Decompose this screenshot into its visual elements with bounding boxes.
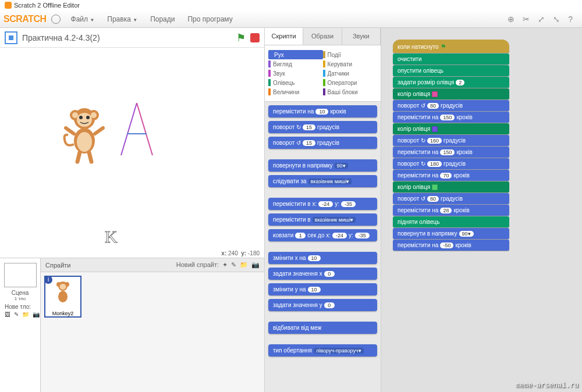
script-pen-color-2[interactable]: колір олівця xyxy=(393,123,509,134)
svg-line-13 xyxy=(89,152,91,162)
block-point-towards[interactable]: слідувати завказівник миші▾ xyxy=(268,175,377,187)
menu-file[interactable]: Файл ▼ xyxy=(65,13,101,26)
svg-line-14 xyxy=(121,103,137,155)
menu-bar: SCRATCH Файл ▼ Правка ▼ Поради Про прогр… xyxy=(0,10,582,28)
script-pen-down[interactable]: опустити олівець xyxy=(393,65,509,76)
svg-point-5 xyxy=(72,112,78,118)
cat-control[interactable]: Керувати xyxy=(323,59,378,69)
cat-pen[interactable]: Олівець xyxy=(268,78,323,87)
svg-line-15 xyxy=(137,103,152,155)
toolbar-tools: ⊕ ✂ ⤢ ⤡ ? xyxy=(508,15,579,24)
scratch-logo[interactable]: SCRATCH xyxy=(3,14,47,24)
script-point-dir[interactable]: повернути в напрямку90▾ xyxy=(393,228,509,239)
block-set-x[interactable]: задати значення x0 xyxy=(268,268,377,280)
backdrop-panel: Сцена 1 тло Нове тло: 🖼 ✎ 📁 📷 xyxy=(0,258,41,392)
bg-paint-icon[interactable]: ✎ xyxy=(14,311,19,318)
new-sprite-label: Новий спрайт: xyxy=(176,261,219,269)
stage-header: v460 Практична 4.2-4.3(2) ⚑ xyxy=(0,28,264,48)
script-pen-color-3[interactable]: колір олівця xyxy=(393,181,509,193)
stop-button[interactable] xyxy=(250,33,260,42)
svg-point-1 xyxy=(77,132,92,152)
drawn-letter-a xyxy=(116,100,157,158)
menu-about[interactable]: Про програму xyxy=(182,13,238,26)
block-change-y[interactable]: змінити y на10 xyxy=(268,283,377,295)
script-turn-1[interactable]: поворот ↺80градусів xyxy=(393,100,509,111)
backdrop-thumb[interactable] xyxy=(4,263,37,287)
script-turn-2[interactable]: поворот ↻160градусів xyxy=(393,135,509,146)
svg-point-7 xyxy=(77,113,92,127)
stage-canvas[interactable]: K x: 240 y: -180 xyxy=(0,48,264,258)
sprite-info-icon[interactable]: i xyxy=(44,276,52,284)
bg-upload-icon[interactable]: 📁 xyxy=(22,311,29,318)
svg-point-9 xyxy=(86,116,90,119)
script-move-3[interactable]: перемістити на70кроків xyxy=(393,170,509,181)
block-goto-xy[interactable]: перемістити в x:-24y:-35 xyxy=(268,198,377,210)
cat-events[interactable]: Події xyxy=(323,50,378,59)
sprite-name: Monkey2 xyxy=(45,311,80,316)
project-title[interactable]: Практична 4.2-4.3(2) xyxy=(22,33,236,42)
window-title-bar: Scratch 2 Offline Editor xyxy=(0,0,582,10)
block-set-y[interactable]: задати значення y0 xyxy=(268,299,377,311)
shrink-icon[interactable]: ⤡ xyxy=(553,15,560,24)
cat-looks[interactable]: Вигляд xyxy=(268,59,323,69)
sprite-upload-icon[interactable]: 📁 xyxy=(240,261,248,269)
bg-library-icon[interactable]: 🖼 xyxy=(5,311,10,318)
scratch-app-icon xyxy=(5,2,12,9)
svg-line-10 xyxy=(66,128,74,134)
cat-sound[interactable]: Звук xyxy=(268,69,323,78)
bg-camera-icon[interactable]: 📷 xyxy=(33,311,40,318)
block-palette: перемістити на10кроків поворот ↻15градус… xyxy=(265,102,381,392)
menu-tips[interactable]: Поради xyxy=(144,13,180,26)
sprites-label: Спрайти xyxy=(45,262,70,269)
cat-more[interactable]: Ваші блоки xyxy=(323,87,378,97)
script-pen-up[interactable]: підняти олівець xyxy=(393,216,509,227)
green-flag-icon[interactable]: ⚑ xyxy=(236,31,246,44)
block-goto[interactable]: перемістити ввказівник миші▾ xyxy=(268,213,377,226)
svg-line-11 xyxy=(95,128,103,134)
block-bounce[interactable]: відбивати від меж xyxy=(268,322,377,334)
mouse-coords: x: 240 y: -180 xyxy=(221,250,260,256)
script-turn-3[interactable]: поворот ↻180градусів xyxy=(393,158,509,169)
script-hat-flag[interactable]: коли натиснуто⚑ xyxy=(393,40,509,53)
scripts-area[interactable]: коли натиснуто⚑ очистити опустити олівец… xyxy=(381,28,582,392)
cat-data[interactable]: Величини xyxy=(268,87,323,97)
script-move-1[interactable]: перемістити на150кроків xyxy=(393,112,509,123)
letter-k-outline: K xyxy=(105,227,118,247)
cat-operators[interactable]: Оператори xyxy=(323,78,378,87)
cut-icon[interactable]: ✂ xyxy=(523,15,530,24)
sprite-thumb-monkey2[interactable]: i Monkey2 xyxy=(44,276,81,318)
block-glide[interactable]: ковзати1сек до x:-24y:-35 xyxy=(268,229,377,241)
block-turn-cw[interactable]: поворот ↻15градусів xyxy=(268,121,377,133)
block-point-direction[interactable]: повернути в напрямку90▾ xyxy=(268,159,377,172)
window-title: Scratch 2 Offline Editor xyxy=(14,2,80,9)
sprite-monkey[interactable] xyxy=(61,106,108,164)
block-change-x[interactable]: змінити x на10 xyxy=(268,252,377,264)
help-icon[interactable]: ? xyxy=(568,15,573,24)
svg-point-21 xyxy=(60,284,66,290)
block-turn-ccw[interactable]: поворот ↺15градусів xyxy=(268,137,377,149)
script-pen-size[interactable]: задати розмір олівця2 xyxy=(393,77,509,88)
script-move-2[interactable]: перемістити на150кроків xyxy=(393,147,509,158)
grow-icon[interactable]: ⤢ xyxy=(538,15,545,24)
block-rotation-style[interactable]: тип обертанняліворуч-праворуч▾ xyxy=(268,344,377,357)
new-backdrop-label: Нове тло: 🖼 ✎ 📁 📷 xyxy=(2,301,38,320)
cat-motion[interactable]: Рух xyxy=(268,50,323,59)
stamp-icon[interactable]: ⊕ xyxy=(508,15,514,24)
fullscreen-icon[interactable] xyxy=(5,31,17,44)
language-icon[interactable] xyxy=(51,15,61,24)
script-pen-color-1[interactable]: колір олівця xyxy=(393,88,509,99)
sprite-camera-icon[interactable]: 📷 xyxy=(251,261,260,269)
menu-edit[interactable]: Правка ▼ xyxy=(101,13,143,26)
script-clear[interactable]: очистити xyxy=(393,54,509,65)
script-move-4[interactable]: перемістити на28кроків xyxy=(393,205,509,216)
block-move-steps[interactable]: перемістити на10кроків xyxy=(268,105,377,117)
script-move-last[interactable]: перемістити на-50кроків xyxy=(393,240,509,251)
sprite-library-icon[interactable]: ✦ xyxy=(222,261,228,269)
cat-sensing[interactable]: Датчики xyxy=(323,69,378,78)
tabs: Скрипти Образи Звуки xyxy=(265,28,381,45)
script-turn-4[interactable]: поворот ↺80градусів xyxy=(393,193,509,204)
tab-scripts[interactable]: Скрипти xyxy=(265,28,303,45)
tab-sounds[interactable]: Звуки xyxy=(342,28,381,45)
tab-costumes[interactable]: Образи xyxy=(303,28,342,45)
sprite-paint-icon[interactable]: ✎ xyxy=(231,261,236,269)
